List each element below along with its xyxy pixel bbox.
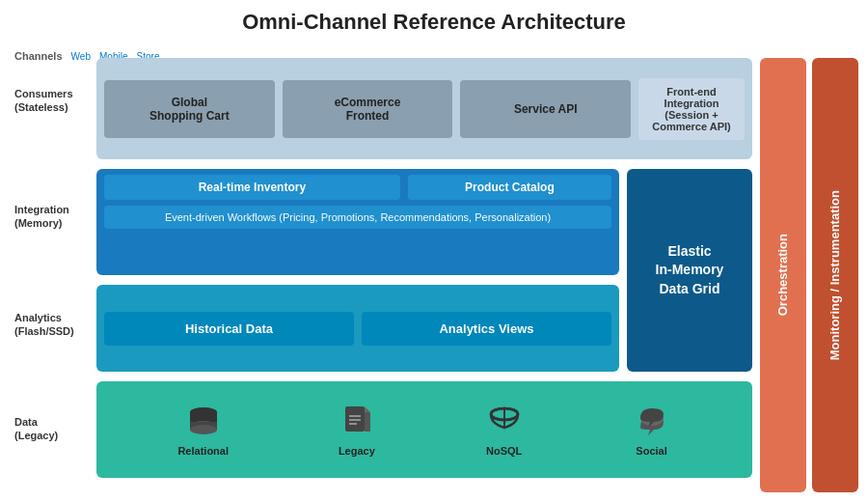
product-catalog-box: Product Catalog xyxy=(408,175,611,200)
service-api-box: Service API xyxy=(460,80,631,138)
social-item: Social xyxy=(633,403,671,457)
data-row-label: Data(Legacy) xyxy=(14,415,92,443)
data-row: Relational Legacy xyxy=(96,381,752,478)
legacy-icon xyxy=(338,403,376,441)
svg-point-4 xyxy=(190,425,217,434)
relational-icon xyxy=(184,403,223,441)
monitoring-text: Monitoring / Instrumentation xyxy=(827,190,843,360)
elastic-data-grid-text: ElasticIn-MemoryData Grid xyxy=(656,242,724,299)
orchestration-bar: Orchestration xyxy=(760,58,806,492)
relational-item: Relational xyxy=(177,403,229,457)
data-icons: Relational Legacy xyxy=(104,389,745,470)
content-area: Consumers(Stateless) Integration(Memory)… xyxy=(14,58,752,492)
global-shopping-cart-box: GlobalShopping Cart xyxy=(104,80,275,138)
right-bars: Orchestration Monitoring / Instrumentati… xyxy=(760,58,858,492)
analytics-views-box: Analytics Views xyxy=(362,312,611,346)
svg-rect-7 xyxy=(365,412,370,432)
ecommerce-fronted-box: eCommerceFronted xyxy=(283,80,453,138)
social-icon xyxy=(633,403,671,441)
social-label: Social xyxy=(636,445,666,457)
consumers-row-label: Consumers(Stateless) xyxy=(14,87,92,115)
historical-data-box: Historical Data xyxy=(104,312,354,346)
nosql-item: NoSQL xyxy=(485,403,524,457)
legacy-item: Legacy xyxy=(338,403,376,457)
relational-label: Relational xyxy=(177,445,229,457)
analytics-row-label: Analytics(Flash/SSD) xyxy=(14,311,92,339)
nosql-icon xyxy=(485,403,524,441)
main-container: Omni-Channel Reference Architecture Chan… xyxy=(0,0,868,502)
analytics-boxes: Historical Data Analytics Views xyxy=(104,293,611,364)
monitoring-bar: Monitoring / Instrumentation xyxy=(812,58,858,492)
integration-row-label: Integration(Memory) xyxy=(14,203,92,231)
elastic-data-grid-box: ElasticIn-MemoryData Grid xyxy=(627,169,752,372)
nosql-label: NoSQL xyxy=(486,445,522,457)
legacy-label: Legacy xyxy=(339,445,375,457)
analytics-row: Historical Data Analytics Views xyxy=(96,285,619,372)
page-title: Omni-Channel Reference Architecture xyxy=(14,10,854,35)
realtime-inventory-box: Real-time Inventory xyxy=(104,175,400,200)
svg-marker-6 xyxy=(365,406,370,412)
integration-row: Real-time Inventory Product Catalog Even… xyxy=(96,169,619,275)
integration-top-boxes: Real-time Inventory Product Catalog xyxy=(104,175,611,200)
svg-rect-5 xyxy=(345,406,365,432)
consumers-row: GlobalShopping Cart eCommerceFronted Ser… xyxy=(96,58,752,159)
consumer-boxes: GlobalShopping Cart eCommerceFronted Ser… xyxy=(104,66,745,152)
orchestration-text: Orchestration xyxy=(775,234,791,316)
event-workflows-box: Event-driven Workflows (Pricing, Promoti… xyxy=(104,206,611,229)
frontend-integration-box: Front-end Integration (Session + Commerc… xyxy=(638,78,745,140)
